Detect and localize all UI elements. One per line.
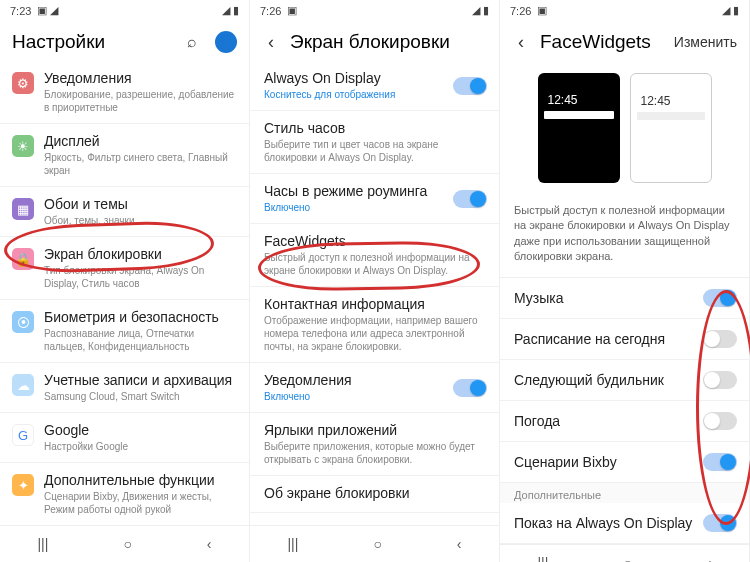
switch-row[interactable]: Сценарии Bixby [500, 442, 749, 483]
lockscreen-list: Always On DisplayКоснитесь для отображен… [250, 61, 499, 525]
notif-icon: ▣ [537, 4, 547, 17]
recent-button[interactable]: ||| [537, 555, 548, 562]
lockscreen-item[interactable]: УведомленияВключено [250, 363, 499, 413]
item-subtitle: Выберите тип и цвет часов на экране блок… [264, 138, 485, 164]
item-icon: G [12, 424, 34, 446]
preview-light: 12:45 [630, 73, 712, 183]
item-subtitle: Сценарии Bixby, Движения и жесты, Режим … [44, 490, 235, 516]
home-button[interactable]: ○ [623, 555, 631, 562]
toggle[interactable] [703, 289, 737, 307]
switch-row[interactable]: Музыка [500, 278, 749, 319]
item-title: Экран блокировки [44, 246, 235, 262]
item-title: Учетные записи и архивация [44, 372, 235, 388]
section-label: Дополнительные [500, 483, 749, 503]
page-title: FaceWidgets [540, 31, 664, 53]
switch-label: Погода [514, 413, 560, 429]
switch-row[interactable]: Расписание на сегодня [500, 319, 749, 360]
item-icon: ⚙ [12, 72, 34, 94]
item-title: Уведомления [44, 70, 235, 86]
lockscreen-item[interactable]: Стиль часовВыберите тип и цвет часов на … [250, 111, 499, 174]
settings-item[interactable]: ⚙ Уведомления Блокирование, разрешение, … [0, 61, 249, 124]
item-icon: ▦ [12, 198, 34, 220]
home-button[interactable]: ○ [123, 536, 131, 552]
settings-item[interactable]: 🔒 Экран блокировки Тип блокировки экрана… [0, 237, 249, 300]
item-icon: ☀ [12, 135, 34, 157]
facewidgets-screen: 7:26▣ ◢ ▮ ‹ FaceWidgets Изменить 12:45 1… [500, 0, 750, 562]
toggle[interactable] [703, 330, 737, 348]
lockscreen-item[interactable]: Always On DisplayКоснитесь для отображен… [250, 61, 499, 111]
back-button[interactable]: ‹ [707, 555, 712, 562]
preview-widget-bar [637, 112, 705, 120]
statusbar: 7:23▣ ◢ ◢ ▮ [0, 0, 249, 21]
navbar: ||| ○ ‹ [500, 544, 749, 562]
item-subtitle: Включено [264, 201, 485, 214]
back-button[interactable]: ‹ [207, 536, 212, 552]
back-icon[interactable]: ‹ [512, 33, 530, 51]
back-icon[interactable]: ‹ [262, 33, 280, 51]
time: 7:23 [10, 5, 31, 17]
preview-time: 12:45 [637, 94, 705, 108]
recent-button[interactable]: ||| [287, 536, 298, 552]
signal-icon: ◢ ▮ [722, 4, 739, 17]
switch-label: Расписание на сегодня [514, 331, 665, 347]
item-subtitle: Настройки Google [44, 440, 235, 453]
back-button[interactable]: ‹ [457, 536, 462, 552]
item-subtitle: Samsung Cloud, Smart Switch [44, 390, 235, 403]
lockscreen-item[interactable]: Об экране блокировки [250, 476, 499, 513]
switch-row[interactable]: Следующий будильник [500, 360, 749, 401]
switch-label: Следующий будильник [514, 372, 664, 388]
settings-item[interactable]: ☀ Дисплей Яркость, Фильтр синего света, … [0, 124, 249, 187]
toggle[interactable] [703, 514, 737, 532]
item-title: Дисплей [44, 133, 235, 149]
toggle[interactable] [453, 77, 487, 95]
item-title: Стиль часов [264, 120, 485, 136]
toggle[interactable] [703, 371, 737, 389]
item-subtitle: Отображение информации, например вашего … [264, 314, 485, 353]
item-title: Дополнительные функции [44, 472, 235, 488]
item-subtitle: Коснитесь для отображения [264, 88, 485, 101]
lockscreen-item[interactable]: Контактная информацияОтображение информа… [250, 287, 499, 363]
search-icon[interactable]: ⌕ [187, 33, 205, 51]
item-title: FaceWidgets [264, 233, 485, 249]
settings-screen: 7:23▣ ◢ ◢ ▮ Настройки ⌕ 👤 ⚙ Уведомления … [0, 0, 250, 562]
lockscreen-item[interactable]: Часы в режиме роумингаВключено [250, 174, 499, 224]
switch-row[interactable]: Погода [500, 401, 749, 442]
page-title: Экран блокировки [290, 31, 487, 53]
switch-list: Музыка Расписание на сегодня Следующий б… [500, 278, 749, 483]
avatar[interactable]: 👤 [215, 31, 237, 53]
settings-item[interactable]: ✦ Дополнительные функции Сценарии Bixby,… [0, 463, 249, 525]
statusbar: 7:26▣ ◢ ▮ [250, 0, 499, 21]
description: Быстрый доступ к полезной информации на … [500, 195, 749, 278]
switch-label: Музыка [514, 290, 564, 306]
item-title: Уведомления [264, 372, 485, 388]
toggle[interactable] [703, 453, 737, 471]
lockscreen-item[interactable]: Ярлыки приложенийВыберите приложения, ко… [250, 413, 499, 476]
lockscreen-item[interactable]: FaceWidgetsБыстрый доступ к полезной инф… [250, 224, 499, 287]
recent-button[interactable]: ||| [37, 536, 48, 552]
item-subtitle: Распознавание лица, Отпечатки пальцев, К… [44, 327, 235, 353]
settings-item[interactable]: ▦ Обои и темы Обои, темы, значки [0, 187, 249, 237]
lockscreen-settings-screen: 7:26▣ ◢ ▮ ‹ Экран блокировки Always On D… [250, 0, 500, 562]
settings-item[interactable]: G Google Настройки Google [0, 413, 249, 463]
toggle[interactable] [703, 412, 737, 430]
toggle[interactable] [453, 190, 487, 208]
switch-label: Показ на Always On Display [514, 515, 692, 531]
item-title: Контактная информация [264, 296, 485, 312]
toggle[interactable] [453, 379, 487, 397]
item-subtitle: Яркость, Фильтр синего света, Главный эк… [44, 151, 235, 177]
settings-item[interactable]: ⦿ Биометрия и безопасность Распознавание… [0, 300, 249, 363]
item-title: Часы в режиме роуминга [264, 183, 485, 199]
item-icon: ☁ [12, 374, 34, 396]
settings-item[interactable]: ☁ Учетные записи и архивация Samsung Clo… [0, 363, 249, 413]
home-button[interactable]: ○ [373, 536, 381, 552]
item-subtitle: Включено [264, 390, 485, 403]
edit-action[interactable]: Изменить [674, 34, 737, 50]
time: 7:26 [260, 5, 281, 17]
item-subtitle: Обои, темы, значки [44, 214, 235, 227]
header: Настройки ⌕ 👤 [0, 21, 249, 61]
signal-icon: ◢ ▮ [222, 4, 239, 17]
switch-row-aod[interactable]: Показ на Always On Display [500, 503, 749, 544]
item-title: Об экране блокировки [264, 485, 485, 501]
preview-area: 12:45 12:45 [500, 61, 749, 195]
notif-icon: ▣ ◢ [37, 4, 58, 17]
